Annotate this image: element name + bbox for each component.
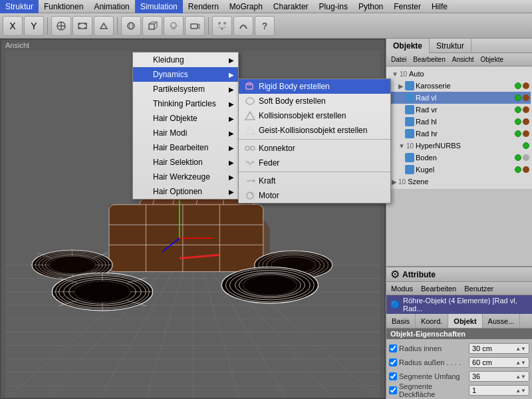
- dropdown-hair-selektion[interactable]: Hair Selektion ▶: [133, 155, 238, 170]
- dropdown-hair-bearbeiten-icon: [138, 143, 150, 152]
- geist-kollision-icon: [244, 126, 256, 135]
- svg-point-7: [130, 23, 133, 29]
- dropdown-konnektor[interactable]: Konnektor: [239, 141, 390, 156]
- svg-rect-5: [84, 27, 86, 29]
- menu-mograph[interactable]: MoGraph: [224, 0, 268, 13]
- dropdown-hair-optionen[interactable]: Hair Optionen ▶: [133, 184, 238, 199]
- dropdown-hair-objekte[interactable]: Hair Objekte ▶: [133, 111, 238, 126]
- toolbar-btn-y[interactable]: Y: [24, 16, 44, 36]
- dropdown-hair-modi-arrow: ▶: [229, 130, 234, 137]
- dropdown-thinking-particles[interactable]: Thinking Particles ▶: [133, 96, 238, 111]
- dropdown-rigid-body[interactable]: Rigid Body erstellen: [239, 79, 390, 94]
- toolbar: X Y ?: [0, 13, 532, 39]
- svg-marker-98: [245, 112, 255, 120]
- dropdown-thinking-particles-arrow: ▶: [229, 100, 234, 108]
- svg-marker-99: [245, 126, 255, 134]
- toolbar-btn-sphere[interactable]: [121, 16, 141, 36]
- toolbar-sep-1: [47, 17, 48, 35]
- toolbar-btn-x[interactable]: X: [3, 16, 23, 36]
- svg-point-97: [246, 98, 254, 104]
- dropdown-dynamics[interactable]: Dynamics ▶: [133, 67, 238, 82]
- toolbar-btn-deform[interactable]: [233, 16, 253, 36]
- menu-charakter[interactable]: Charakter: [268, 0, 314, 13]
- feder-icon: [244, 158, 256, 168]
- svg-point-100: [245, 146, 249, 150]
- menu-plugins[interactable]: Plug-ins: [314, 0, 353, 13]
- dropdown-feder[interactable]: Feder: [239, 156, 390, 170]
- svg-point-17: [224, 26, 226, 28]
- dropdown-thinking-particles-icon: [138, 99, 150, 108]
- toolbar-btn-question[interactable]: ?: [255, 16, 275, 36]
- toolbar-btn-camera[interactable]: [185, 16, 205, 36]
- dropdown-hair-werkzeuge-arrow: ▶: [229, 174, 234, 181]
- dropdown-hair-selektion-icon: [138, 158, 150, 167]
- dropdown-kraft[interactable]: Kraft: [239, 174, 390, 188]
- dropdown-hair-werkzeuge-icon: [138, 172, 150, 182]
- dynamics-submenu: Rigid Body erstellen Soft Body erstellen: [238, 78, 391, 203]
- dropdown-partikelsystem-icon: [138, 84, 150, 94]
- toolbar-btn-move[interactable]: [51, 16, 71, 36]
- rigid-body-icon: [244, 82, 256, 91]
- dropdown-hair-modi-icon: [138, 128, 150, 138]
- svg-point-16: [219, 26, 221, 28]
- dropdown-sep-1: [239, 139, 390, 140]
- dropdown-hair-bearbeiten[interactable]: Hair Bearbeiten ▶: [133, 140, 238, 155]
- toolbar-btn-cube[interactable]: [142, 16, 162, 36]
- dropdown-sep-2: [239, 172, 390, 172]
- simulation-dropdown: Kleidung ▶ Dynamics ▶ Partikelsystem ▶ T…: [132, 52, 239, 200]
- svg-rect-2: [78, 23, 80, 25]
- svg-rect-4: [78, 27, 80, 29]
- dropdown-hair-objekte-icon: [138, 114, 150, 123]
- toolbar-btn-film[interactable]: [72, 16, 92, 36]
- menu-rendern[interactable]: Rendern: [183, 0, 224, 13]
- dropdown-kollision[interactable]: Kollisionsobjekt erstellen: [239, 108, 390, 123]
- motor-icon: [244, 191, 256, 200]
- svg-point-13: [218, 22, 221, 25]
- toolbar-sep-3: [208, 17, 209, 35]
- kollision-icon: [244, 111, 256, 120]
- soft-body-icon: [244, 96, 256, 106]
- menu-simulation[interactable]: Simulation: [135, 0, 183, 13]
- svg-point-15: [221, 27, 223, 30]
- kraft-icon: [244, 176, 256, 186]
- menu-struktur[interactable]: Struktur: [0, 0, 39, 13]
- dropdown-hair-selektion-arrow: ▶: [229, 159, 234, 166]
- svg-marker-103: [253, 179, 255, 183]
- dropdown-dynamics-icon: [138, 70, 150, 79]
- dropdown-geist-kollision[interactable]: Geist-Kollisionsobjekt erstellen: [239, 123, 390, 138]
- dropdown-kleidung-icon: [138, 55, 150, 65]
- svg-point-6: [128, 23, 134, 29]
- dropdown-partikelsystem-arrow: ▶: [229, 86, 234, 93]
- dropdown-hair-bearbeiten-arrow: ▶: [229, 144, 234, 152]
- dropdown-kleidung-arrow: ▶: [229, 57, 234, 64]
- dropdown-hair-werkzeuge[interactable]: Hair Werkzeuge ▶: [133, 170, 238, 184]
- menu-hilfe[interactable]: Hilfe: [426, 0, 453, 13]
- svg-rect-3: [84, 23, 86, 25]
- toolbar-sep-2: [117, 17, 118, 35]
- svg-point-14: [223, 22, 226, 25]
- menu-overlay: Kleidung ▶ Dynamics ▶ Partikelsystem ▶ T…: [0, 39, 532, 399]
- dropdown-partikelsystem[interactable]: Partikelsystem ▶: [133, 82, 238, 96]
- svg-point-101: [251, 146, 255, 150]
- svg-rect-11: [191, 24, 198, 29]
- svg-rect-95: [246, 84, 253, 89]
- menu-funktionen[interactable]: Funktionen: [39, 0, 88, 13]
- dropdown-kleidung[interactable]: Kleidung ▶: [133, 53, 238, 67]
- toolbar-btn-light[interactable]: [164, 16, 184, 36]
- svg-point-10: [171, 23, 176, 28]
- dropdown-hair-optionen-arrow: ▶: [229, 188, 234, 196]
- menubar: Struktur Funktionen Animation Simulation…: [0, 0, 532, 13]
- svg-rect-8: [149, 24, 154, 29]
- menu-python[interactable]: Python: [353, 0, 388, 13]
- dropdown-hair-modi[interactable]: Hair Modi ▶: [133, 126, 238, 140]
- menu-fenster[interactable]: Fenster: [388, 0, 426, 13]
- konnektor-icon: [244, 144, 256, 153]
- dropdown-dynamics-arrow: ▶: [229, 71, 234, 78]
- toolbar-btn-particles[interactable]: [212, 16, 232, 36]
- dropdown-motor[interactable]: Motor: [239, 188, 390, 203]
- dropdown-soft-body[interactable]: Soft Body erstellen: [239, 94, 390, 108]
- menu-animation[interactable]: Animation: [88, 0, 134, 13]
- dropdown-hair-optionen-icon: [138, 187, 150, 196]
- dropdown-hair-objekte-arrow: ▶: [229, 115, 234, 122]
- toolbar-btn-3d[interactable]: [94, 16, 114, 36]
